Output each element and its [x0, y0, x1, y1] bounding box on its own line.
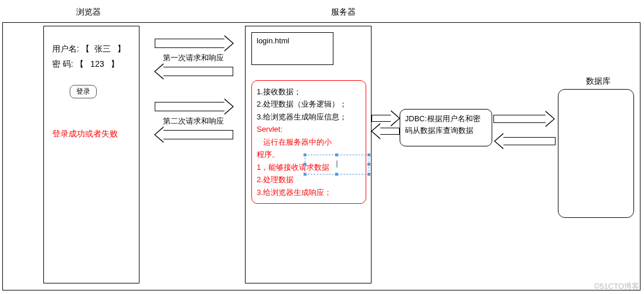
jdbc-line-1: JDBC:根据用户名和密 [405, 113, 487, 125]
servlet-step-2: 2.处理数据（业务逻辑）； [257, 98, 361, 110]
servlet-box: 1.接收数据； 2.处理数据（业务逻辑）； 3.给浏览器生成响应信息； Serv… [251, 80, 366, 204]
arrow-jdbc-db-right [493, 115, 546, 123]
jdbc-box: JDBC:根据用户名和密 码从数据库查询数据 [400, 109, 492, 146]
arrow-server-jdbc-right [372, 115, 391, 122]
username-row: 用户名: 【 张三 】 [52, 44, 131, 54]
arrow-req2-right [155, 102, 225, 111]
login-result-text: 登录成功或者失败 [52, 129, 131, 139]
editing-selection-box: I [305, 155, 369, 175]
arrow-req1-right [155, 39, 225, 48]
password-label: 密 码: [52, 59, 73, 69]
jdbc-line-2: 码从数据库查询数据 [405, 125, 487, 136]
browser-title: 浏览器 [76, 7, 101, 18]
servlet-step-1: 1.接收数据； [257, 86, 361, 98]
username-value: 张三 [94, 44, 111, 53]
arrow-jdbc-db-left [503, 137, 556, 145]
username-field: 【 张三 】 [81, 44, 125, 54]
database-box [558, 89, 634, 218]
arrow-req2-left [163, 130, 233, 139]
servlet-desc-3: 2.处理数据 [257, 173, 361, 186]
login-html-box: login.html [251, 32, 333, 65]
password-row: 密 码: 【 123 】 [52, 59, 131, 70]
label-req1: 第一次请求和响应 [163, 53, 224, 63]
servlet-step-3: 3.给浏览器生成响应信息； [257, 111, 361, 123]
password-field: 【 123 】 [76, 59, 120, 70]
watermark: ©51CTO博客 [594, 281, 639, 292]
arrow-req1-left [163, 67, 233, 76]
servlet-desc-4: 3.给浏览器生成响应； [257, 186, 361, 199]
password-value: 123 [90, 59, 104, 69]
username-label: 用户名: [52, 44, 79, 53]
browser-box: 用户名: 【 张三 】 密 码: 【 123 】 登录 登录成功或者失败 [43, 26, 139, 283]
servlet-desc-1a: 运行在服务器中的小 [257, 136, 361, 148]
arrow-server-jdbc-left [380, 128, 400, 135]
servlet-title: Servlet: [257, 123, 361, 135]
login-button[interactable]: 登录 [70, 85, 97, 98]
server-title: 服务器 [331, 7, 356, 18]
label-req2: 第二次请求和响应 [163, 116, 224, 127]
text-cursor-icon: I [336, 159, 338, 170]
